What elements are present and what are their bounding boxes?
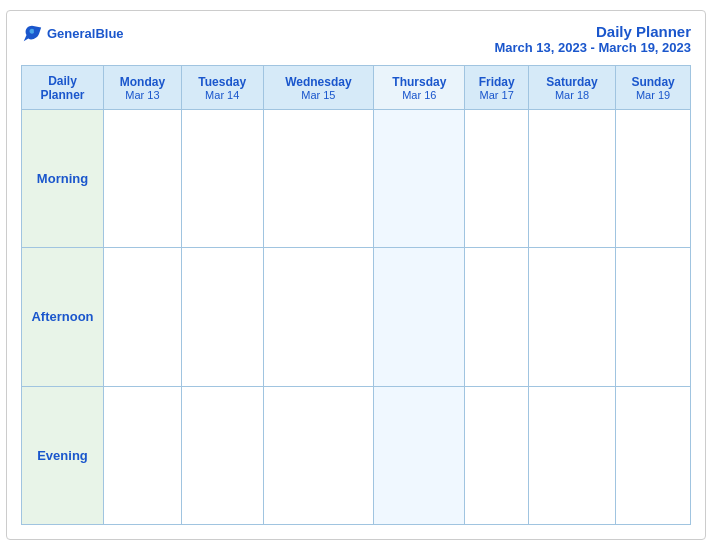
- evening-sunday[interactable]: [616, 386, 691, 524]
- tuesday-date: Mar 14: [184, 89, 261, 101]
- afternoon-wednesday[interactable]: [263, 248, 374, 386]
- main-title: Daily Planner: [494, 23, 691, 40]
- morning-saturday[interactable]: [528, 110, 615, 248]
- logo-blue: Blue: [95, 26, 123, 41]
- evening-friday[interactable]: [465, 386, 528, 524]
- afternoon-friday[interactable]: [465, 248, 528, 386]
- thursday-name: Thursday: [376, 75, 462, 89]
- wednesday-date: Mar 15: [266, 89, 372, 101]
- evening-label: Evening: [22, 386, 104, 524]
- afternoon-row: Afternoon: [22, 248, 691, 386]
- evening-wednesday[interactable]: [263, 386, 374, 524]
- afternoon-thursday[interactable]: [374, 248, 465, 386]
- evening-row: Evening: [22, 386, 691, 524]
- friday-date: Mar 17: [467, 89, 525, 101]
- col-header-tuesday: Tuesday Mar 14: [181, 66, 263, 110]
- header: GeneralBlue Daily Planner March 13, 2023…: [21, 23, 691, 55]
- afternoon-sunday[interactable]: [616, 248, 691, 386]
- sunday-date: Mar 19: [618, 89, 688, 101]
- page-container: GeneralBlue Daily Planner March 13, 2023…: [6, 10, 706, 540]
- afternoon-label: Afternoon: [22, 248, 104, 386]
- morning-friday[interactable]: [465, 110, 528, 248]
- friday-name: Friday: [467, 75, 525, 89]
- date-range: March 13, 2023 - March 19, 2023: [494, 40, 691, 55]
- logo-general: General: [47, 26, 95, 41]
- afternoon-monday[interactable]: [104, 248, 182, 386]
- col-label-name2: Planner: [24, 88, 101, 102]
- col-header-saturday: Saturday Mar 18: [528, 66, 615, 110]
- col-header-monday: Monday Mar 13: [104, 66, 182, 110]
- morning-wednesday[interactable]: [263, 110, 374, 248]
- afternoon-saturday[interactable]: [528, 248, 615, 386]
- saturday-name: Saturday: [531, 75, 613, 89]
- title-block: Daily Planner March 13, 2023 - March 19,…: [494, 23, 691, 55]
- bird-logo-icon: [21, 23, 43, 45]
- col-header-sunday: Sunday Mar 19: [616, 66, 691, 110]
- morning-sunday[interactable]: [616, 110, 691, 248]
- col-header-wednesday: Wednesday Mar 15: [263, 66, 374, 110]
- morning-thursday[interactable]: [374, 110, 465, 248]
- monday-name: Monday: [106, 75, 179, 89]
- thursday-date: Mar 16: [376, 89, 462, 101]
- col-header-thursday: Thursday Mar 16: [374, 66, 465, 110]
- evening-tuesday[interactable]: [181, 386, 263, 524]
- calendar-table: Daily Planner Monday Mar 13 Tuesday Mar …: [21, 65, 691, 525]
- afternoon-tuesday[interactable]: [181, 248, 263, 386]
- evening-saturday[interactable]: [528, 386, 615, 524]
- header-row: Daily Planner Monday Mar 13 Tuesday Mar …: [22, 66, 691, 110]
- logo: GeneralBlue: [21, 23, 124, 45]
- col-header-friday: Friday Mar 17: [465, 66, 528, 110]
- morning-monday[interactable]: [104, 110, 182, 248]
- morning-row: Morning: [22, 110, 691, 248]
- col-header-label: Daily Planner: [22, 66, 104, 110]
- morning-label: Morning: [22, 110, 104, 248]
- morning-tuesday[interactable]: [181, 110, 263, 248]
- col-label-name: Daily: [24, 74, 101, 88]
- tuesday-name: Tuesday: [184, 75, 261, 89]
- wednesday-name: Wednesday: [266, 75, 372, 89]
- evening-monday[interactable]: [104, 386, 182, 524]
- monday-date: Mar 13: [106, 89, 179, 101]
- evening-thursday[interactable]: [374, 386, 465, 524]
- saturday-date: Mar 18: [531, 89, 613, 101]
- sunday-name: Sunday: [618, 75, 688, 89]
